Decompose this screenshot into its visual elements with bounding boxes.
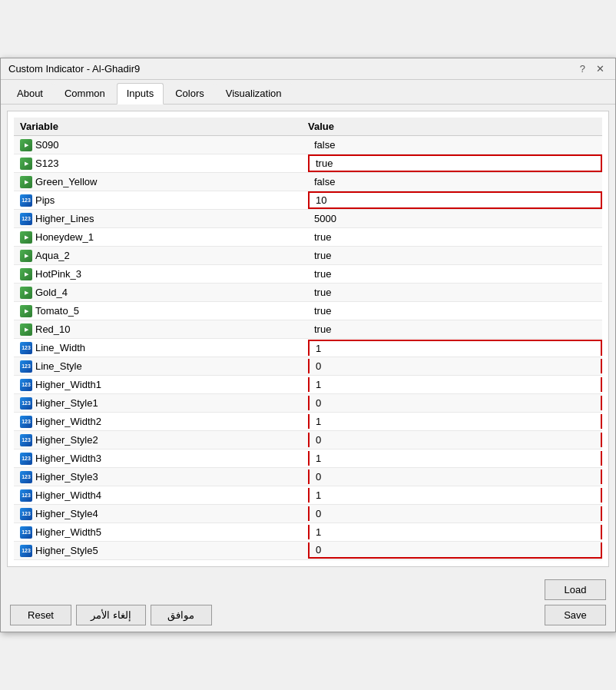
table-row[interactable]: Green_Yellowfalse: [14, 173, 602, 191]
cell-value: true: [308, 322, 602, 337]
ok-button[interactable]: موافق: [151, 605, 212, 625]
cancel-button[interactable]: إلغاء الأمر: [76, 605, 146, 625]
variable-name: HotPink_3: [35, 268, 81, 280]
variable-name: Higher_Width3: [35, 453, 101, 464]
content-area: Variable Value S090falseS123trueGreen_Ye…: [7, 111, 609, 567]
variable-name: Higher_Style3: [35, 471, 98, 483]
bool-icon: [20, 176, 32, 188]
table-row[interactable]: S090false: [14, 136, 602, 154]
variable-name: Red_10: [35, 323, 71, 335]
cell-value: false: [308, 174, 602, 189]
num-icon: 123: [20, 379, 32, 391]
num-icon: 123: [20, 342, 32, 354]
cell-value: true: [308, 304, 602, 318]
cell-value: true: [308, 248, 602, 263]
cell-value: 1: [308, 377, 602, 392]
num-icon: 123: [20, 360, 32, 373]
table-row[interactable]: 123Pips10: [14, 191, 602, 210]
num-icon: 123: [20, 545, 32, 557]
variable-name: Line_Style: [35, 360, 82, 372]
cell-value: 10: [308, 191, 602, 209]
title-bar: Custom Indicator - Al-Ghadir9 ? ✕: [1, 58, 615, 80]
num-icon: 123: [20, 213, 32, 225]
variable-name: Pips: [35, 194, 55, 206]
col-variable-header: Variable: [20, 121, 308, 132]
table-row[interactable]: 123Higher_Width11: [14, 376, 602, 394]
bottom-right-buttons: Load Save: [545, 579, 606, 625]
cell-variable: Green_Yellow: [14, 174, 308, 190]
cell-value: 0: [308, 506, 602, 521]
table-row[interactable]: Aqua_2true: [14, 247, 602, 265]
table-row[interactable]: Red_10true: [14, 320, 602, 339]
table-row[interactable]: HotPink_3true: [14, 265, 602, 284]
num-icon: 123: [20, 471, 32, 483]
reset-button[interactable]: Reset: [10, 605, 71, 625]
cell-value: 1: [308, 340, 602, 356]
table-row[interactable]: 123Higher_Style40: [14, 505, 602, 523]
cell-variable: 123Higher_Width4: [14, 488, 308, 503]
help-button[interactable]: ?: [577, 63, 588, 75]
bool-icon: [20, 250, 32, 262]
table-row[interactable]: Honeydew_1true: [14, 228, 602, 247]
cell-variable: 123Higher_Style5: [14, 543, 308, 559]
cell-value: 0: [308, 433, 602, 447]
bottom-area: Reset إلغاء الأمر موافق Load Save: [1, 573, 615, 632]
close-button[interactable]: ✕: [593, 63, 608, 75]
save-button[interactable]: Save: [545, 605, 606, 625]
table-row[interactable]: 123Higher_Width31: [14, 449, 602, 468]
cell-value: 0: [308, 469, 602, 484]
cell-variable: S123: [14, 156, 308, 171]
cell-variable: HotPink_3: [14, 267, 308, 282]
cell-variable: 123Pips: [14, 193, 308, 208]
cell-value: 1: [308, 414, 602, 429]
variable-name: Honeydew_1: [35, 231, 94, 243]
table-header: Variable Value: [14, 118, 602, 136]
bool-icon: [20, 323, 32, 336]
cell-variable: 123Higher_Width2: [14, 414, 308, 430]
load-button[interactable]: Load: [545, 579, 606, 600]
table-row[interactable]: 123Line_Style0: [14, 357, 602, 376]
variable-name: Green_Yellow: [35, 176, 97, 187]
bottom-left-buttons: Reset إلغاء الأمر موافق: [10, 605, 212, 625]
cell-value: 0: [308, 542, 602, 559]
table-row[interactable]: 123Higher_Width41: [14, 486, 602, 505]
table-row[interactable]: Tomato_5true: [14, 302, 602, 320]
table-row[interactable]: 123Higher_Width51: [14, 523, 602, 542]
table-row[interactable]: S123true: [14, 154, 602, 173]
cell-value: 0: [308, 359, 602, 373]
cell-value: true: [308, 267, 602, 281]
table-row[interactable]: 123Higher_Style20: [14, 431, 602, 449]
cell-variable: 123Higher_Style3: [14, 469, 308, 485]
table-row[interactable]: 123Higher_Style30: [14, 468, 602, 486]
window-title: Custom Indicator - Al-Ghadir9: [8, 63, 140, 75]
tab-colors[interactable]: Colors: [165, 83, 214, 104]
cell-value: true: [308, 154, 602, 172]
cell-value: false: [308, 138, 602, 152]
col-value-header: Value: [308, 121, 596, 132]
variable-name: Higher_Style4: [35, 508, 98, 519]
main-window: Custom Indicator - Al-Ghadir9 ? ✕ AboutC…: [0, 58, 616, 632]
cell-value: 1: [308, 488, 602, 503]
variable-name: Higher_Width1: [35, 379, 101, 390]
cell-variable: Tomato_5: [14, 304, 308, 319]
bool-icon: [20, 231, 32, 244]
tab-inputs[interactable]: Inputs: [117, 83, 164, 104]
num-icon: 123: [20, 453, 32, 465]
variable-name: Higher_Style5: [35, 545, 98, 556]
table-row[interactable]: Gold_4true: [14, 284, 602, 302]
table-row[interactable]: 123Higher_Style10: [14, 394, 602, 413]
tab-visualization[interactable]: Visualization: [216, 83, 292, 104]
variable-name: S090: [35, 139, 58, 151]
table-row[interactable]: 123Higher_Width21: [14, 413, 602, 431]
table-row[interactable]: 123Higher_Style50: [14, 542, 602, 560]
tab-about[interactable]: About: [7, 83, 53, 104]
cell-value: 5000: [308, 211, 602, 226]
cell-variable: 123Higher_Width3: [14, 451, 308, 466]
variable-name: Gold_4: [35, 287, 68, 298]
tab-common[interactable]: Common: [55, 83, 115, 104]
tab-bar: AboutCommonInputsColorsVisualization: [1, 80, 615, 104]
table-row[interactable]: 123Higher_Lines5000: [14, 210, 602, 228]
table-row[interactable]: 123Line_Width1: [14, 339, 602, 357]
cell-variable: Honeydew_1: [14, 230, 308, 245]
num-icon: 123: [20, 434, 32, 446]
